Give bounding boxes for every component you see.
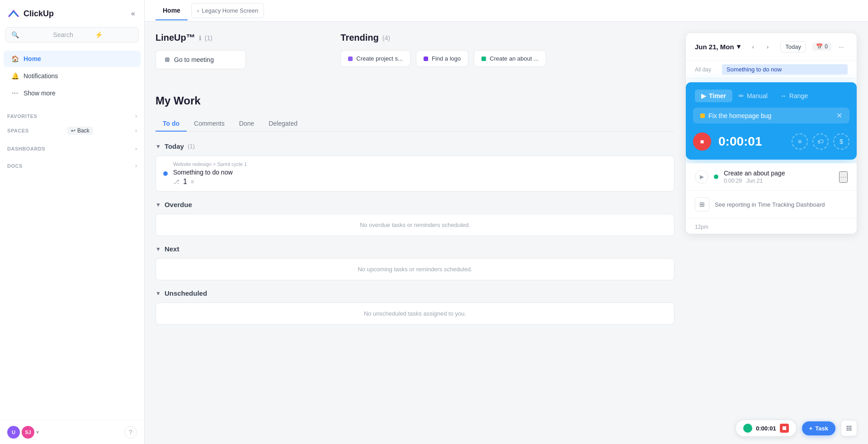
today-button[interactable]: Today — [780, 41, 806, 52]
avatar-sj: SJ — [22, 426, 34, 439]
spaces-label: SPACES — [7, 128, 29, 133]
timer-tab-range[interactable]: ↔ Range — [774, 90, 814, 102]
tab-breadcrumb-arrow-icon: ‹ — [197, 7, 199, 14]
overdue-section-title: Overdue — [165, 201, 192, 208]
search-icon: 🔍 — [11, 31, 49, 38]
trending-card-0[interactable]: Create project s... — [340, 50, 410, 67]
history-more-button[interactable]: ··· — [839, 171, 848, 183]
timer-close-button[interactable]: ✕ — [836, 111, 842, 120]
unscheduled-empty-state: No unscheduled tasks assigned to you. — [156, 302, 675, 325]
content-area: LineUp™ ℹ (1) Go to meeting Trending (4) — [145, 22, 868, 444]
lightning-icon: ⚡ — [95, 31, 133, 38]
unscheduled-empty-message: No unscheduled tasks assigned to you. — [364, 310, 466, 317]
help-button[interactable]: ? — [124, 426, 137, 439]
timer-status-stop-button[interactable] — [780, 424, 789, 433]
allday-label: All day — [695, 66, 722, 73]
lineup-title: LineUp™ — [156, 33, 195, 43]
task-meta: ⎇ 1 ≡ — [173, 178, 667, 186]
task-status-dot — [163, 171, 168, 176]
svg-point-0 — [745, 426, 750, 430]
work-tab-done[interactable]: Done — [232, 116, 261, 132]
overdue-empty-state: No overdue tasks or reminders scheduled. — [156, 214, 675, 236]
tab-legacy-label: Legacy Home Screen — [202, 7, 258, 14]
calendar-date[interactable]: Jun 21, Mon ▾ — [695, 43, 741, 51]
home-icon: 🏠 — [11, 55, 19, 63]
history-play-button[interactable]: ▶ — [695, 170, 708, 184]
sidebar-item-show-more[interactable]: ⋯ Show more — [4, 85, 141, 101]
avatar-u: U — [7, 426, 20, 439]
svg-point-6 — [849, 428, 850, 429]
next-section-header[interactable]: ▼ Next — [156, 245, 675, 253]
search-bar[interactable]: 🔍 Search ⚡ — [5, 27, 139, 43]
calendar-panel: Jun 21, Mon ▾ ‹ › Today 📅 0 — [685, 33, 857, 234]
timer-list-button[interactable]: ≡ — [792, 133, 808, 150]
sidebar-item-notifications[interactable]: 🔔 Notifications — [4, 68, 141, 84]
timer-controls: ■ 0:00:01 ≡ 🏷 $ — [686, 129, 857, 160]
reporting-row[interactable]: ⊞ See reporting in Time Tracking Dashboa… — [686, 191, 857, 218]
apps-grid-button[interactable] — [841, 420, 857, 436]
timer-tab-timer[interactable]: ▶ Timer — [695, 90, 732, 102]
dashboards-label: DASHBOARDS — [7, 146, 45, 151]
overdue-section: ▼ Overdue No overdue tasks or reminders … — [156, 201, 675, 236]
timer-billing-button[interactable]: $ — [833, 133, 849, 150]
dashboards-arrow-icon[interactable]: › — [135, 146, 137, 152]
trending-card-2[interactable]: Create an about ... — [474, 50, 546, 67]
trending-card-1[interactable]: Find a logo — [416, 50, 468, 67]
trending-header: Trending (4) — [340, 33, 675, 43]
info-icon[interactable]: ℹ — [199, 34, 201, 42]
calendar-prev-button[interactable]: ‹ — [747, 40, 760, 53]
work-tab-done-label: Done — [239, 120, 254, 127]
sidebar-item-home[interactable]: 🏠 Home — [4, 51, 141, 67]
collapse-sidebar-button[interactable]: « — [129, 8, 137, 19]
add-task-label: Task — [815, 425, 828, 432]
calendar-next-button[interactable]: › — [761, 40, 774, 53]
tab-home-label: Home — [163, 7, 180, 14]
trending-area: Trending (4) Create project s... Find a … — [340, 33, 675, 80]
timer-action-buttons: ≡ 🏷 $ — [792, 133, 849, 150]
work-tab-comments-label: Comments — [194, 120, 225, 127]
lineup-task-card[interactable]: Go to meeting — [156, 50, 246, 69]
docs-label: DOCS — [7, 163, 23, 169]
reporting-icon: ⊞ — [695, 197, 709, 212]
calendar-actions: 📅 0 ··· — [812, 40, 848, 53]
allday-event[interactable]: Something to do now — [722, 64, 848, 75]
work-tabs: To do Comments Done Delegated — [156, 116, 675, 132]
unscheduled-section-header[interactable]: ▼ Unscheduled — [156, 289, 675, 297]
trending-label-2: Create an about ... — [490, 55, 538, 62]
today-section-count: (1) — [188, 143, 195, 150]
history-item-0: ▶ Create an about page 0:00:29 Jun 21 ··… — [686, 163, 857, 191]
range-icon: ↔ — [780, 92, 787, 99]
work-tab-delegated[interactable]: Delegated — [261, 116, 305, 132]
grid-icon: ⋯ — [11, 89, 19, 97]
favorites-arrow-icon[interactable]: › — [135, 113, 137, 119]
timer-task-row: Fix the homepage bug ✕ — [693, 108, 849, 123]
timer-tag-button[interactable]: 🏷 — [812, 133, 829, 150]
right-panel: Jun 21, Mon ▾ ‹ › Today 📅 0 — [685, 33, 857, 433]
allday-event-text: Something to do now — [726, 66, 782, 73]
calendar-more-button[interactable]: ··· — [835, 40, 848, 53]
table-row[interactable]: Website redesign > Sprint cycle 1 Someth… — [156, 156, 675, 192]
tab-home[interactable]: Home — [156, 1, 188, 20]
svg-point-8 — [847, 430, 848, 431]
user-avatar-group[interactable]: U SJ ▾ — [7, 426, 39, 439]
docs-arrow-icon[interactable]: › — [135, 163, 137, 169]
today-section-header[interactable]: ▼ Today (1) — [156, 142, 675, 150]
timer-tab-manual[interactable]: ✏ Manual — [732, 90, 774, 102]
overdue-section-header[interactable]: ▼ Overdue — [156, 201, 675, 208]
svg-point-10 — [850, 430, 852, 431]
sidebar-item-show-more-label: Show more — [24, 90, 56, 97]
timer-task-name: Fix the homepage bug — [708, 112, 836, 119]
timer-stop-button[interactable]: ■ — [693, 132, 711, 151]
today-section: ▼ Today (1) Website redesign > Sprint cy… — [156, 142, 675, 192]
next-empty-message: No upcoming tasks or reminders scheduled… — [358, 266, 472, 273]
history-date: Jun 21 — [746, 178, 763, 184]
work-tab-todo[interactable]: To do — [156, 116, 187, 132]
timer-status-pill[interactable]: 0:00:01 — [736, 420, 797, 437]
tab-legacy[interactable]: ‹ Legacy Home Screen — [191, 3, 264, 18]
sidebar-item-home-label: Home — [24, 55, 41, 62]
work-tab-comments[interactable]: Comments — [187, 116, 232, 132]
reporting-text: See reporting in Time Tracking Dashboard — [715, 201, 825, 208]
add-task-button[interactable]: + Task — [802, 421, 835, 435]
back-button[interactable]: ↩ Back — [67, 127, 93, 135]
spaces-arrow-icon[interactable]: › — [135, 128, 137, 134]
